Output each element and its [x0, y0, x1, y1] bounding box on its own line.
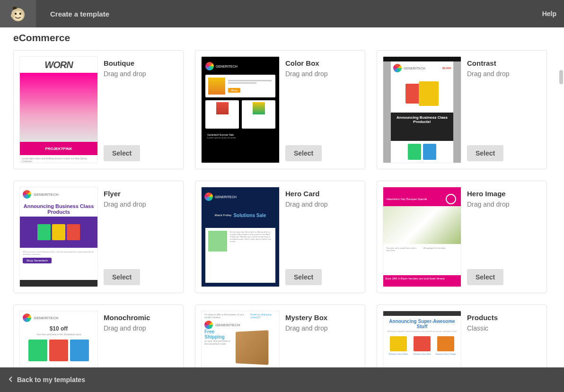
select-button[interactable]: Select [467, 269, 503, 285]
select-button[interactable]: Select [467, 145, 503, 161]
select-button[interactable]: Select [285, 269, 322, 285]
template-thumbnail: GENERITECH Announcing Business Class Pro… [19, 187, 98, 287]
starburst-icon [205, 62, 214, 70]
svg-point-4 [11, 14, 15, 17]
template-name: Flyer [104, 190, 177, 198]
template-card-heroimage[interactable]: Valentine's Day Bouquet Special This yea… [377, 181, 547, 293]
template-card-mysterybox[interactable]: It's okay to offer a short teaser of you… [195, 305, 365, 367]
template-name: Color Box [285, 59, 359, 67]
topbar: Create a template Help [0, 0, 564, 27]
template-card-herocard[interactable]: GENERITECH Black FridaySolutions Sale Fo… [195, 181, 365, 293]
template-subtitle: Drag and drop [104, 324, 177, 332]
template-card-colorbox[interactable]: GENERITECH Shop Generitech Summer SaleLo… [195, 50, 365, 169]
template-card-products[interactable]: Announcing Super-Awesome Stuff We've jus… [377, 305, 547, 367]
template-subtitle: Drag and drop [285, 200, 359, 208]
template-subtitle: Drag and drop [104, 200, 177, 208]
template-thumbnail: GENERITECH Black FridaySolutions Sale Fo… [201, 187, 280, 287]
template-thumbnail: GENERITECH $10 off Your next purchase in… [19, 311, 98, 366]
template-subtitle: Drag and drop [467, 200, 541, 208]
template-subtitle: Drag and drop [467, 70, 541, 78]
template-subtitle: Classic [467, 324, 541, 332]
scrollbar-thumb[interactable] [559, 70, 563, 84]
template-name: Products [467, 314, 541, 322]
template-thumbnail: It's okay to offer a short teaser of you… [201, 311, 280, 366]
template-grid: WORN PROJEKTPINK Lovely light colors and… [13, 50, 551, 367]
content-area: eCommerce WORN PROJEKTPINK Lovely light … [0, 27, 564, 367]
template-card-flyer[interactable]: GENERITECH Announcing Business Class Pro… [13, 181, 184, 293]
template-thumbnail: GENERITECH Shop Generitech Summer SaleLo… [201, 56, 280, 163]
template-card-monochromic[interactable]: GENERITECH $10 off Your next purchase in… [13, 305, 184, 367]
mailchimp-logo[interactable] [0, 0, 36, 27]
select-button[interactable]: Select [104, 145, 140, 161]
starburst-icon [393, 64, 402, 72]
select-button[interactable]: Select [285, 145, 322, 161]
svg-point-2 [15, 13, 17, 15]
template-name: Hero Card [285, 190, 359, 198]
section-title: eCommerce [13, 32, 551, 44]
svg-point-3 [19, 13, 21, 15]
help-link[interactable]: Help [542, 10, 556, 17]
template-subtitle: Drag and drop [285, 324, 359, 332]
back-link[interactable]: Back to my templates [17, 376, 85, 383]
template-name: Hero Image [467, 190, 541, 198]
template-card-contrast[interactable]: GENERITECH$9,999 Announcing Business Cla… [377, 50, 547, 169]
template-card-boutique[interactable]: WORN PROJEKTPINK Lovely light colors and… [13, 50, 184, 169]
template-name: Monochromic [104, 314, 177, 322]
select-button[interactable]: Select [104, 269, 140, 285]
template-name: Mystery Box [285, 314, 359, 322]
starburst-icon [204, 321, 213, 329]
template-name: Contrast [467, 59, 541, 67]
chevron-left-icon [9, 376, 12, 383]
starburst-icon [23, 314, 31, 322]
template-thumbnail: GENERITECH$9,999 Announcing Business Cla… [383, 56, 461, 163]
template-subtitle: Drag and drop [104, 70, 177, 78]
bottombar: Back to my templates [0, 367, 564, 392]
starburst-icon [204, 192, 213, 201]
page-title: Create a template [50, 10, 109, 18]
monkey-icon [9, 4, 27, 23]
template-name: Boutique [104, 59, 177, 67]
starburst-icon [23, 190, 31, 199]
template-subtitle: Drag and drop [285, 70, 359, 78]
template-thumbnail: Announcing Super-Awesome Stuff We've jus… [383, 311, 461, 366]
template-thumbnail: WORN PROJEKTPINK Lovely light colors and… [19, 56, 98, 163]
template-thumbnail: Valentine's Day Bouquet Special This yea… [383, 187, 461, 287]
